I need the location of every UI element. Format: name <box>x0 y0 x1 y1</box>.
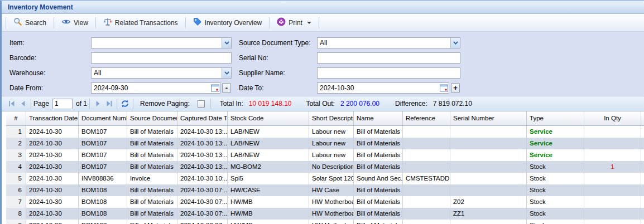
remove-paging-checkbox[interactable] <box>198 100 205 108</box>
table-cell: Labour new <box>309 149 354 161</box>
column-header[interactable]: Source Document Type <box>127 111 177 125</box>
table-cell: 2024-10-30 07:... <box>177 196 228 208</box>
table-row[interactable]: 92024-10-30BOM108Bill of Materials2024-1… <box>6 220 644 224</box>
toolbar-separator <box>54 17 54 28</box>
table-cell: HW/MB <box>228 208 309 220</box>
column-header[interactable]: Stock Code <box>228 111 309 125</box>
previous-page-button[interactable] <box>17 98 28 109</box>
table-cell <box>584 220 641 224</box>
item-value <box>92 38 222 48</box>
table-cell: Stock <box>527 173 584 184</box>
table-cell: Bill of Materials <box>127 149 177 161</box>
table-cell: 2024-10-30 <box>26 138 79 149</box>
first-page-button[interactable] <box>6 98 17 109</box>
table-row[interactable]: 42024-10-30BOM107Bill of Materials2024-1… <box>6 161 644 173</box>
column-header[interactable]: Serial Number <box>450 111 527 125</box>
supplier-name-input[interactable] <box>317 67 460 79</box>
table-cell: Z02 <box>450 196 527 208</box>
paging-separator <box>210 99 211 109</box>
calendar-icon[interactable] <box>439 83 449 93</box>
table-row[interactable]: 22024-10-30BOM107Bill of Materials2024-1… <box>6 138 644 149</box>
chevron-down-icon[interactable] <box>450 38 460 48</box>
table-cell <box>584 173 641 184</box>
table-cell <box>450 138 527 149</box>
barcode-input[interactable] <box>91 52 232 64</box>
last-page-button[interactable] <box>103 98 114 109</box>
table-cell: Bill of Materials <box>127 208 177 220</box>
related-transactions-button[interactable]: Related Transactions <box>98 14 184 31</box>
column-header[interactable]: Name <box>354 111 403 125</box>
table-row[interactable]: 32024-10-30BOM107Bill of Materials2024-1… <box>6 149 644 161</box>
inventory-movement-window: Inventory Movement Search View Related T… <box>0 0 644 224</box>
table-cell: 3 <box>6 149 26 161</box>
table-cell: Bill of Materials <box>354 126 403 138</box>
warehouse-dropdown[interactable]: All <box>91 67 232 79</box>
table-cell: 4 <box>6 161 26 173</box>
date-to-plus-button[interactable]: + <box>451 83 460 93</box>
filter-panel: Item: Barcode: Warehouse: All Date From: <box>2 32 644 96</box>
next-page-button[interactable] <box>92 98 103 109</box>
print-dropdown-caret[interactable] <box>307 22 311 24</box>
table-row[interactable]: 72024-10-30BOM108Bill of Materials2024-1… <box>6 196 644 208</box>
table-cell <box>450 184 527 196</box>
date-to-value: 2024-10-30 <box>318 83 439 93</box>
date-to-input[interactable]: 2024-10-30 <box>317 82 449 94</box>
column-header[interactable]: In Qty <box>584 111 641 125</box>
column-header[interactable]: Transaction Date <box>26 111 79 125</box>
page-number-input[interactable] <box>52 99 73 109</box>
print-button[interactable]: Print <box>271 14 317 31</box>
print-label: Print <box>289 19 302 27</box>
difference-label: Difference: <box>395 100 427 108</box>
refresh-icon[interactable] <box>119 98 131 109</box>
search-button[interactable]: Search <box>8 14 52 31</box>
grid-header-row: #Transaction DateDocument NumberSource D… <box>6 111 644 126</box>
page-label: Page <box>33 100 49 108</box>
column-header[interactable]: # <box>6 111 26 125</box>
paging-bar: Page of 1 Remove Paging: Total In: 10 01… <box>2 96 644 111</box>
table-cell: INV808836 <box>79 173 127 184</box>
table-row[interactable]: 62024-10-30BOM108Bill of Materials2024-1… <box>6 184 644 196</box>
column-header[interactable]: Reference <box>403 111 450 125</box>
inventory-overview-button[interactable]: Inventory Overview <box>188 14 268 31</box>
table-cell: Bill of Materials <box>354 220 403 224</box>
table-cell: BOM107 <box>79 126 127 138</box>
table-cell: 2024-10-30 13:... <box>177 149 228 161</box>
table-cell: BOM108 <box>79 220 127 224</box>
table-cell <box>584 208 641 220</box>
column-header[interactable]: Short Description <box>309 111 354 125</box>
item-dropdown[interactable] <box>91 37 232 48</box>
table-cell: Bill of Materials <box>127 161 177 173</box>
chevron-down-icon[interactable] <box>222 38 231 48</box>
table-cell <box>584 138 641 149</box>
table-cell: Bill of Materials <box>354 196 403 208</box>
column-header[interactable]: Captured Date Time <box>177 111 228 125</box>
table-row[interactable]: 82024-10-30BOM108Bill of Materials2024-1… <box>6 208 644 220</box>
column-header[interactable]: Document Number <box>79 111 127 125</box>
table-cell <box>403 149 450 161</box>
table-cell: Bill of Materials <box>127 196 177 208</box>
date-from-input[interactable]: 2024-09-30 <box>91 82 220 94</box>
date-from-minus-button[interactable]: - <box>222 83 231 93</box>
table-cell: HW Motherboard <box>309 196 354 208</box>
total-in-label: Total In: <box>220 100 243 108</box>
table-cell: 2024-10-30 <box>26 208 79 220</box>
chevron-down-icon[interactable] <box>222 68 231 78</box>
source-document-type-dropdown[interactable]: All <box>317 37 460 48</box>
serial-no-input[interactable] <box>317 52 460 64</box>
table-cell: Bill of Materials <box>354 208 403 220</box>
column-header[interactable]: Type <box>527 111 584 125</box>
table-cell: Invoice <box>127 173 177 184</box>
table-cell: BOM108 <box>79 208 127 220</box>
table-cell: 2024-10-30 07:... <box>177 184 228 196</box>
inventory-overview-label: Inventory Overview <box>205 19 262 27</box>
calendar-icon[interactable] <box>210 83 220 93</box>
table-cell <box>450 161 527 173</box>
table-row[interactable]: 12024-10-30BOM107Bill of Materials2024-1… <box>6 126 644 138</box>
table-row[interactable]: 52024-10-30INV808836Invoice2024-10-30 10… <box>6 173 644 184</box>
serial-no-label: Serial No: <box>239 54 317 62</box>
table-cell: Labour new <box>309 126 354 138</box>
table-cell <box>584 126 641 138</box>
table-cell: 2024-10-30 10:... <box>177 173 228 184</box>
view-button[interactable]: View <box>56 14 94 31</box>
table-cell: LAB/NEW <box>228 126 309 138</box>
